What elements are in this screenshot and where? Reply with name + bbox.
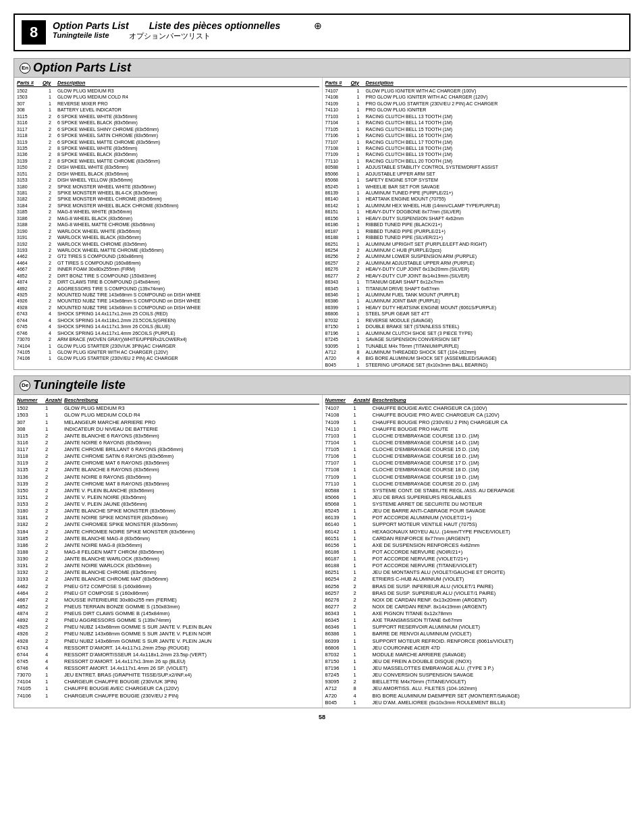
part-number: 80588 (325, 487, 354, 494)
part-number: 86142 (325, 203, 351, 209)
part-description: CLOCHE D'EMBRAYAGE COURSE 17 D. (1M) (373, 460, 628, 467)
table-row: 74110 1 PRO GLOW PLUG IGNITER (325, 107, 628, 113)
part-description: GLOW PLUG STARTER (230V/EU 2 PIN) AC CHA… (57, 355, 319, 361)
part-qty: 1 (45, 679, 64, 685)
part-description: SUPPORT MOTEUR REFROID. RENFORCE (6061s/… (373, 638, 628, 645)
part-description: STEEL SPUR GEAR SET 47T (366, 311, 628, 317)
part-qty: 2 (43, 158, 57, 164)
part-number: 77105 (325, 446, 354, 453)
table-row: 3185 2 MAG-8 WHEEL WHITE (83x56mm) (17, 209, 319, 215)
part-description: BATTERY LEVEL INDICATOR (57, 107, 319, 113)
table-row: 3184 2 SPIKE MONSTER WHEEL BLACK CHROME … (17, 203, 319, 209)
table-row: 3182 2 JANTE CHROMEE SPIKE MONSTER (83x5… (17, 521, 319, 528)
page-footer: 58 (14, 714, 630, 720)
part-description: AXE DE SUSPENSION RENFORCES 4x62mm (373, 542, 628, 549)
part-description: POT ACCORDE NERVURE (NOIR/21+) (373, 549, 628, 556)
part-qty: 1 (351, 184, 366, 190)
part-number: 74108 (325, 412, 354, 419)
en-left-rows: 1502 1 GLOW PLUG MEDIUM R3 1503 1 GLOW P… (17, 88, 319, 362)
part-description: GLOW PLUG IGNITER WITH AC CHARGER (120V) (57, 349, 319, 355)
part-number: 1503 (17, 412, 45, 419)
part-number: 77110 (325, 158, 351, 164)
table-row: 3180 2 SPIKE MONSTER WHEEL WHITE (83x56m… (17, 184, 319, 190)
part-qty: 4 (45, 652, 64, 658)
table-row: 1503 1 GLOW PLUG MEDIUM COLD R4 (17, 94, 319, 100)
part-description: SPIKE MONSTER WHEEL WHITE (83x56mm) (57, 184, 319, 190)
table-row: 73070 1 JEU ENTRET. BRAS (GRAPHITE TISSE… (17, 672, 319, 679)
en-col-qty-r: Qty (351, 80, 366, 86)
table-row: 3188 2 MAG-8 FELGEN MATT CHROM (83x56mm) (17, 549, 319, 556)
part-description: RACING CLUTCH BELL 15 TOOTH (1M) (366, 126, 628, 132)
part-qty: 1 (351, 234, 366, 240)
part-number: 86187 (325, 556, 354, 562)
part-qty: 2 (45, 624, 64, 631)
part-qty: 2 (43, 126, 57, 132)
part-number: 77104 (325, 440, 354, 446)
part-qty: 2 (45, 549, 64, 556)
part-number: 4874 (17, 610, 45, 617)
part-description: WARLOCK WHEEL MATTE CHROME (83x56mm) (57, 247, 319, 253)
table-row: 74106 1 GLOW PLUG STARTER (230V/EU 2 PIN… (17, 355, 319, 361)
part-number: 86345 (325, 617, 354, 624)
table-row: 4874 2 PNEUS DIRT CLAWS GOMME B (145x84m… (17, 610, 319, 617)
part-qty: 2 (45, 590, 64, 597)
part-description: MOUNTED NUBZ TIRE 143x68mm S COMPOUND on… (57, 298, 319, 304)
part-description: JEU DE BRAS SUPERIEURS REGLABLES (373, 494, 628, 501)
part-number: 1503 (17, 94, 43, 100)
part-description: SAVAGE SUSPENSION CONVERSION SET (366, 336, 628, 342)
part-qty: 1 (351, 298, 366, 304)
table-row: 4464 2 PNEU GT COMPOSE S (160x86mm) (17, 590, 319, 597)
part-description: MOUSSE INTERIEURE 30x80x255 mm (FERME) (64, 597, 319, 604)
part-qty: 2 (43, 279, 57, 285)
part-number: 3119 (17, 139, 43, 145)
part-qty: 2 (45, 638, 64, 645)
part-number: 74110 (325, 426, 354, 433)
part-description: ALUMINUM C HUB (PURPLE/2pcs) (366, 247, 628, 253)
part-qty: 1 (351, 336, 366, 342)
part-description: WARLOCK WHEEL CHROME (83x56mm) (57, 241, 319, 247)
table-row: 6743 4 RESSORT D'AMORT. 14.4x117x1.2mm 2… (17, 645, 319, 652)
part-qty: 1 (354, 494, 373, 501)
part-number: 4926 (17, 298, 43, 304)
part-qty: 2 (351, 260, 366, 266)
part-description: 6 SPOKE WHEEL MATTE CHROME (83x56mm) (57, 139, 319, 145)
part-qty: 1 (354, 515, 373, 521)
part-qty: 2 (43, 247, 57, 253)
part-description: JEU DE BARRE ANTI-CABRAGE POUR SAVAGE (373, 508, 628, 515)
part-description: CLOCHE D'EMBRAYAGE COURSE 13 D. (1M) (373, 433, 628, 440)
table-row: 308 1 INDICATEUR DU NIVEAU DE BATTERIE (17, 426, 319, 433)
part-description: ALUMINUM FUEL TANK MOUNT (PURPLE) (366, 292, 628, 298)
part-qty: 2 (351, 266, 366, 272)
part-description: HEAVY-DUTY CUP JOINT 6x13x20mm (SILVER) (366, 266, 628, 272)
part-qty: 1 (354, 610, 373, 617)
part-qty: 2 (45, 474, 64, 481)
part-description: TITANIUM GEAR SHAFT 6x12x7mm (366, 279, 628, 285)
part-number: 86151 (325, 535, 354, 542)
part-qty: 1 (351, 286, 366, 292)
part-description: GLOW PLUG MEDIUM COLD R4 (64, 412, 319, 419)
part-number: 74109 (325, 419, 354, 426)
de-col-nummer-r: Nummer (325, 397, 354, 403)
table-row: 86139 1 ALUMINUM TUNED PIPE (PURPLE/21+) (325, 190, 628, 196)
part-number: 86187 (325, 228, 351, 234)
part-number: 87245 (325, 672, 354, 679)
part-qty: 2 (354, 679, 373, 685)
part-description: CLOCHE D'EMBRAYAGE COURSE 19 D. (1M) (373, 474, 628, 481)
table-row: 3139 2 JANTE CHROME MAT 8 RAYONS (83x56m… (17, 481, 319, 487)
table-row: 4462 2 PNEU GT2 COMPOSE S (160x86mm) (17, 583, 319, 590)
part-qty: 1 (351, 228, 366, 234)
table-row: 86386 1 BARRE DE RENVOI ALUMINIUM (VIOLE… (325, 631, 628, 637)
part-number: 1502 (17, 405, 45, 412)
table-row: A712 8 ALUMINUM THREADED SHOCK SET (104-… (325, 349, 628, 355)
part-number: 6746 (17, 330, 43, 336)
part-qty: 2 (43, 196, 57, 202)
part-description: SUPPORT MOTEUR VENTILE HAUT (7075S) (373, 521, 628, 528)
part-qty: 1 (354, 481, 373, 487)
part-number: B045 (325, 700, 354, 706)
table-row: 307 1 MELANGEUR MARCHE ARRIERE PRO (17, 419, 319, 426)
part-number: A720 (325, 693, 354, 700)
part-description: RACING CLUTCH BELL 19 TOOTH (1M) (366, 151, 628, 157)
part-qty: 1 (351, 343, 366, 349)
table-row: B045 1 JEU D'AM. AMELIOREE (6x10x3mm ROU… (325, 700, 628, 706)
part-qty: 1 (43, 101, 57, 107)
